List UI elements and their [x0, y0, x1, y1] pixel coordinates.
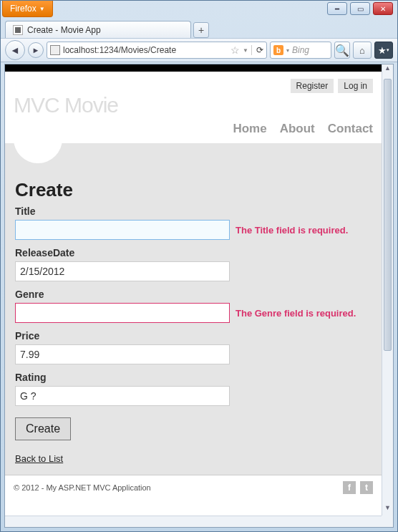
- register-link[interactable]: Register: [291, 79, 334, 93]
- site-header: Register Log in MVC Movie Home About Con…: [5, 72, 382, 143]
- new-tab-button[interactable]: +: [193, 22, 209, 38]
- site-footer: © 2012 - My ASP.NET MVC Application f t: [5, 475, 382, 500]
- viewport: Register Log in MVC Movie Home About Con…: [4, 64, 394, 528]
- copyright-text: © 2012 - My ASP.NET MVC Application: [14, 483, 151, 492]
- search-placeholder: Bing: [292, 45, 309, 55]
- price-label: Price: [15, 330, 372, 342]
- scroll-up-icon[interactable]: ▲: [382, 64, 393, 76]
- social-icons: f t: [343, 481, 373, 494]
- horizontal-scrollbar[interactable]: [5, 516, 382, 527]
- bookmark-star-icon[interactable]: ☆: [230, 44, 240, 56]
- facebook-icon[interactable]: f: [343, 481, 356, 494]
- firefox-menu-button[interactable]: Firefox ▼: [2, 1, 53, 17]
- field-releasedate: ReleaseDate: [15, 247, 372, 281]
- bookmarks-menu-button[interactable]: ★▾: [374, 42, 393, 59]
- back-to-list-link[interactable]: Back to List: [15, 453, 63, 464]
- search-go-button[interactable]: 🔍: [334, 42, 350, 59]
- close-button[interactable]: ✕: [373, 2, 393, 15]
- url-text: localhost:1234/Movies/Create: [63, 45, 228, 55]
- top-band: [5, 64, 382, 72]
- maximize-button[interactable]: ▭: [350, 2, 370, 15]
- title-label: Title: [15, 205, 372, 217]
- back-button[interactable]: ◄: [5, 40, 25, 60]
- chevron-down-icon: ▼: [39, 6, 45, 12]
- nav-contact[interactable]: Contact: [328, 122, 373, 136]
- field-genre: Genre The Genre field is required.: [15, 289, 372, 323]
- title-error: The Title field is required.: [236, 225, 348, 236]
- site-logo[interactable]: MVC Movie: [14, 93, 373, 117]
- releasedate-label: ReleaseDate: [15, 247, 372, 258]
- favicon-icon: [13, 25, 23, 35]
- firefox-label: Firefox: [10, 4, 37, 14]
- browser-tab[interactable]: Create - Movie App: [5, 21, 191, 38]
- url-bar[interactable]: localhost:1234/Movies/Create ☆ ▼ ⟳: [47, 42, 267, 59]
- main-nav: Home About Contact: [233, 117, 373, 143]
- title-input[interactable]: [15, 220, 230, 240]
- site-identity-icon: [50, 45, 60, 55]
- field-title: Title The Title field is required.: [15, 205, 372, 240]
- rating-input[interactable]: [15, 386, 230, 406]
- forward-button[interactable]: ►: [28, 42, 44, 58]
- page-content: Register Log in MVC Movie Home About Con…: [5, 64, 382, 516]
- tabstrip: Create - Movie App +: [1, 19, 397, 38]
- scrollbar-thumb[interactable]: [384, 79, 392, 351]
- minimize-button[interactable]: ━: [327, 2, 347, 15]
- field-rating: Rating: [15, 372, 372, 406]
- bing-icon: b: [273, 45, 283, 55]
- window-controls: ━ ▭ ✕: [323, 1, 397, 16]
- genre-input[interactable]: [15, 303, 230, 323]
- tab-title: Create - Movie App: [27, 25, 101, 35]
- dropdown-icon[interactable]: ▼: [243, 47, 248, 54]
- vertical-scrollbar[interactable]: ▲ ▼: [382, 64, 393, 516]
- scroll-down-icon[interactable]: ▼: [382, 504, 393, 516]
- search-bar[interactable]: b ▾ Bing: [270, 42, 331, 59]
- titlebar: Firefox ▼ ━ ▭ ✕: [1, 1, 397, 19]
- field-price: Price: [15, 330, 372, 364]
- browser-window: Firefox ▼ ━ ▭ ✕ Create - Movie App + ◄ ►…: [0, 0, 398, 532]
- twitter-icon[interactable]: t: [360, 481, 373, 494]
- reload-icon[interactable]: ⟳: [251, 45, 263, 55]
- nav-home[interactable]: Home: [233, 122, 266, 136]
- account-links: Register Log in: [291, 79, 373, 93]
- rating-label: Rating: [15, 372, 372, 383]
- navbar: ◄ ► localhost:1234/Movies/Create ☆ ▼ ⟳ b…: [1, 38, 397, 62]
- main: Create Title The Title field is required…: [5, 143, 382, 475]
- create-button[interactable]: Create: [15, 417, 71, 440]
- price-input[interactable]: [15, 344, 230, 364]
- scrollbar-corner: [382, 516, 393, 527]
- genre-error: The Genre field is required.: [236, 308, 356, 319]
- dropdown-icon[interactable]: ▾: [286, 47, 289, 54]
- genre-label: Genre: [15, 289, 372, 300]
- releasedate-input[interactable]: [15, 261, 230, 281]
- nav-about[interactable]: About: [280, 122, 315, 136]
- home-button[interactable]: ⌂: [353, 42, 372, 59]
- login-link[interactable]: Log in: [338, 79, 373, 93]
- page-heading: Create: [15, 179, 372, 201]
